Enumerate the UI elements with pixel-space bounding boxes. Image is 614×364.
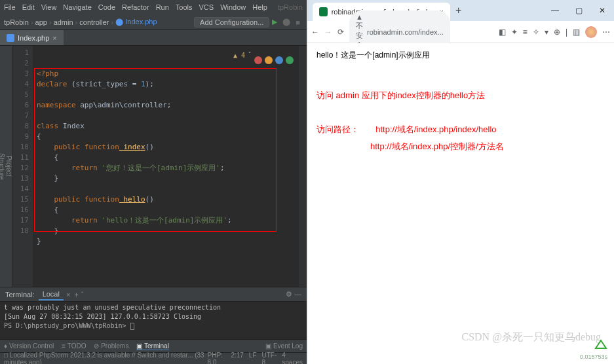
close-icon[interactable]: × — [52, 34, 56, 42]
browser-icon[interactable] — [265, 56, 273, 64]
breadcrumb[interactable]: tpRobin — [4, 18, 29, 26]
breadcrumb-file[interactable]: ⬤ Index.php — [115, 18, 157, 26]
editor-tabs: Index.php× — [0, 30, 307, 46]
php-version[interactable]: PHP: 8.0 — [208, 352, 226, 365]
collections-icon[interactable]: ▥ — [573, 27, 580, 37]
terminal-header: Terminal: Local × + ˇ ⚙ — — [0, 287, 307, 301]
refresh-icon[interactable]: ⟳ — [337, 27, 344, 37]
browser-icon[interactable] — [275, 56, 283, 64]
structure-panel[interactable]: Structure — [0, 52, 5, 280]
event-log[interactable]: ▣ Event Log — [265, 342, 303, 350]
browser-icon[interactable] — [286, 56, 294, 64]
watermark: CSDN @杀死一只知更鸟debug — [461, 331, 601, 344]
back-icon[interactable]: ← — [311, 27, 319, 37]
terminal-tab[interactable]: Local — [39, 289, 64, 300]
menu-icon[interactable]: ⋯ — [602, 27, 610, 37]
menu-file[interactable]: File — [4, 3, 16, 11]
menu-navigate[interactable]: Navigate — [63, 3, 91, 11]
problems-tab[interactable]: ⊘ Problems — [94, 342, 128, 350]
scrollbar[interactable] — [299, 46, 307, 287]
timing-badge: 0.015753s — [580, 354, 607, 360]
encoding[interactable]: UTF-8 — [262, 352, 277, 365]
bottom-toolbar: ♦ Version Control ≡ TODO ⊘ Problems ▣ Te… — [0, 339, 307, 352]
line-ending[interactable]: LF — [249, 352, 257, 365]
add-configuration-button[interactable]: Add Configuration... — [194, 17, 269, 27]
menu-help[interactable]: Help — [252, 3, 267, 11]
run-icon[interactable]: ▶ — [272, 18, 277, 26]
php-file-icon — [7, 34, 14, 42]
terminal-close-icon[interactable]: × — [66, 291, 70, 299]
debug-icon[interactable]: ⬤ — [282, 18, 290, 26]
thinkphp-icon — [594, 339, 607, 352]
ext-icon[interactable]: ≡ — [523, 27, 528, 37]
statusbar: □ Localized PhpStorm 2021.3.2 is availab… — [0, 352, 307, 364]
browser-icon[interactable] — [254, 56, 262, 64]
page-content: hello！这是一个[admin]示例应用 访问 admin 应用下的index… — [307, 43, 614, 364]
phpstorm-ide: File Edit View Navigate Code Refactor Ru… — [0, 0, 307, 364]
breadcrumb[interactable]: controller — [79, 18, 109, 26]
status-message: □ Localized PhpStorm 2021.3.2 is availab… — [4, 352, 208, 365]
project-label: tpRobin — [278, 3, 303, 11]
forward-icon[interactable]: → — [324, 27, 332, 37]
ext-icon[interactable]: ◧ — [499, 27, 506, 37]
menu-window[interactable]: Window — [220, 3, 246, 11]
menubar: File Edit View Navigate Code Refactor Ru… — [0, 0, 307, 14]
menu-refactor[interactable]: Refactor — [122, 3, 149, 11]
url-text: robinadmin.com/index... — [367, 28, 444, 36]
menu-code[interactable]: Code — [98, 3, 115, 11]
todo-tab[interactable]: ≡ TODO — [62, 342, 86, 350]
tab-index-php[interactable]: Index.php× — [0, 30, 64, 45]
menu-run[interactable]: Run — [156, 3, 169, 11]
ext-icon[interactable]: ⊕ — [554, 27, 560, 37]
edge-browser: robinadmin.com/index.php/inde × + — ▢ ✕ … — [307, 0, 614, 364]
menu-edit[interactable]: Edit — [22, 3, 35, 11]
chevron-down-icon[interactable]: ˇ — [81, 291, 84, 299]
cursor-position[interactable]: 2:17 — [231, 352, 243, 365]
toolbar: tpRobin› app› admin› controller› ⬤ Index… — [0, 14, 307, 30]
terminal-title: Terminal: — [5, 291, 35, 299]
new-tab-button[interactable]: + — [455, 5, 461, 16]
stop-icon[interactable]: ■ — [296, 18, 300, 26]
vcs-tab[interactable]: ♦ Version Control — [4, 342, 54, 350]
project-panel[interactable]: Project — [5, 52, 12, 280]
breadcrumb[interactable]: app — [35, 18, 47, 26]
window-close-icon[interactable]: ✕ — [590, 1, 614, 20]
ext-icon[interactable]: ▾ — [545, 27, 548, 37]
favicon — [319, 7, 328, 16]
chevron-icon[interactable]: ˇ — [248, 50, 252, 61]
terminal-add-icon[interactable]: + — [74, 291, 78, 299]
terminal[interactable]: t was probably just an unused speculativ… — [0, 301, 307, 339]
window-max-icon[interactable]: ▢ — [567, 1, 590, 20]
avatar[interactable] — [585, 26, 597, 38]
page-output: hello！这是一个[admin]示例应用 — [317, 50, 605, 61]
breadcrumb[interactable]: admin — [54, 18, 73, 26]
ext-icon[interactable]: ✧ — [533, 27, 539, 37]
gutter: 123456789101112131415161718 — [13, 46, 33, 287]
menu-view[interactable]: View — [41, 3, 57, 11]
warning-icon[interactable]: ▲ 4 — [233, 50, 245, 61]
menu-tools[interactable]: Tools — [176, 3, 193, 11]
menu-vcs[interactable]: VCS — [199, 3, 214, 11]
annotation: 访问 admin 应用下的index控制器的hello方法 访问路径： http… — [317, 87, 605, 155]
browser-addressbar: ← → ⟳ ▲ 不安全 robinadmin.com/index... ◧ ✦ … — [307, 21, 614, 43]
indent[interactable]: 4 spaces — [282, 352, 303, 365]
terminal-tab[interactable]: ▣ Terminal — [136, 342, 168, 350]
terminal-settings-icon[interactable]: ⚙ — — [286, 290, 301, 299]
ext-icon[interactable]: ✦ — [511, 27, 518, 37]
window-min-icon[interactable]: — — [543, 1, 567, 20]
left-toolwindow-bar: Project Structure Bookmarks — [0, 46, 13, 287]
code-editor[interactable]: ▲ 4ˇ <?php declare (strict_types = 1); n… — [33, 46, 299, 287]
